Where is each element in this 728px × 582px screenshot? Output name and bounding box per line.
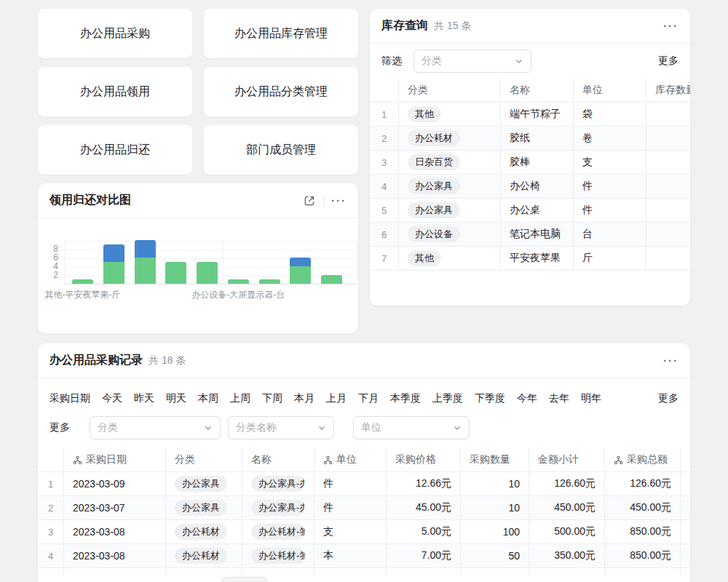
more-icon[interactable]: ···	[331, 197, 347, 204]
bar-segment-green[interactable]	[103, 262, 124, 284]
purchase-card: 办公用品采购记录 共 18 条 ··· 采购日期 今天昨天明天本周上周下周本月上…	[38, 343, 690, 582]
bar-segment-green[interactable]	[165, 262, 186, 284]
date-quick-filter[interactable]: 本周	[198, 392, 218, 405]
more-icon[interactable]: ···	[663, 23, 678, 30]
more-icon[interactable]: ···	[663, 357, 678, 364]
name-cell: 胶棒	[501, 151, 574, 174]
date-quick-filter[interactable]: 今年	[517, 392, 537, 405]
date-quick-filter[interactable]: 本月	[294, 392, 314, 405]
column-header-label: 金额小计	[538, 453, 579, 466]
category-tag: 办公设备	[408, 226, 460, 242]
purchase-more-filters[interactable]: 更多	[658, 392, 678, 405]
filter-select[interactable]: 单位	[353, 416, 470, 439]
column-header: 库存数量	[646, 79, 690, 102]
name-cell: 办公桌	[501, 199, 574, 222]
qty-cell: 10	[461, 496, 529, 519]
date-quick-filter[interactable]: 昨天	[134, 392, 154, 405]
bar-segment-green[interactable]	[321, 275, 342, 284]
bar-segment-green[interactable]	[290, 266, 311, 284]
date-quick-filter[interactable]: 上周	[230, 392, 250, 405]
inventory-row[interactable]: 7其他平安夜苹果斤	[370, 247, 690, 271]
name-tag: 办公家具-办	[251, 476, 305, 492]
name-tag: 办公耗材-签	[251, 548, 305, 564]
date-quick-filter[interactable]: 明年	[581, 392, 601, 405]
date-quick-filter[interactable]: 本季度	[390, 392, 421, 405]
bar-segment-green[interactable]	[135, 258, 156, 284]
chart-plot: 2468其他-平安夜苹果-斤办公设备-大屏显示器-台	[64, 241, 357, 284]
select-placeholder: 分类	[98, 421, 118, 434]
category-tag: 办公家具	[408, 202, 460, 218]
name-cell: 平安夜苹果	[501, 247, 574, 270]
launcher-button[interactable]: 部门成员管理	[204, 125, 358, 175]
date-cell: 2023-03-07	[64, 496, 166, 519]
purchase-row[interactable]: 22023-03-07办公家具办公家具-办件45.00元10450.00元450…	[38, 496, 690, 520]
qty-cell: 100	[461, 520, 529, 543]
filter-select[interactable]: 分类	[90, 416, 221, 439]
column-header-label: 采购日期	[86, 453, 127, 466]
category-cell: 办公设备	[399, 223, 501, 246]
row-number: 1	[38, 472, 64, 495]
inventory-row[interactable]: 6办公设备笔记本电脑台	[370, 223, 690, 247]
category-tag: 办公耗材	[175, 524, 227, 540]
filter-select[interactable]: 分类名称	[228, 416, 334, 439]
purchase-row[interactable]: 12023-03-09办公家具办公家具-办件12.66元10126.60元126…	[38, 472, 690, 496]
name-cell: 端午节粽子	[501, 103, 574, 126]
price-cell: 7.00元	[387, 544, 461, 567]
launcher-button-label: 办公用品采购	[80, 26, 150, 41]
inventory-row[interactable]: 1其他端午节粽子袋	[370, 103, 690, 127]
row-number-header	[370, 79, 399, 102]
column-header: 分类	[166, 448, 242, 471]
bar-segment-green[interactable]	[259, 279, 280, 284]
inventory-row[interactable]: 3日杂百货胶棒支	[370, 151, 690, 175]
date-quick-filter[interactable]: 上月	[326, 392, 347, 405]
bar-segment-green[interactable]	[72, 279, 93, 284]
launcher-button[interactable]: 办公用品库存管理	[204, 9, 358, 58]
unit-cell: 件	[314, 496, 387, 519]
price-cell: 45.00元	[387, 496, 461, 519]
expand-icon[interactable]	[303, 194, 316, 207]
bar-segment-green[interactable]	[197, 262, 218, 284]
date-quick-filter[interactable]: 下月	[358, 392, 379, 405]
name-cell: 办公家具-办	[242, 496, 314, 519]
inventory-more-filters[interactable]: 更多	[658, 55, 678, 68]
category-filter-select[interactable]: 分类	[414, 49, 531, 73]
vertical-gridline	[223, 241, 223, 284]
stock-qty-cell	[646, 151, 690, 174]
date-quick-filter[interactable]: 上季度	[432, 392, 463, 405]
inventory-row[interactable]: 4办公家具办公椅件	[370, 175, 690, 199]
price-cell: 12.66元	[387, 472, 461, 495]
chevron-down-icon	[453, 423, 462, 432]
category-tag: 办公耗材	[175, 548, 227, 564]
bar-segment-green[interactable]	[228, 279, 249, 284]
price-cell: 5.00元	[387, 520, 461, 543]
category-cell: 办公家具	[399, 175, 501, 198]
column-header: 分类	[399, 79, 501, 102]
date-quick-filter[interactable]: 下季度	[475, 392, 505, 405]
column-header: 采购数量	[461, 448, 529, 471]
name-cell: 办公耗材-签	[242, 544, 314, 567]
category-tag: 其他	[408, 250, 441, 266]
category-cell: 办公耗材	[166, 520, 242, 543]
date-quick-filter[interactable]: 明天	[166, 392, 186, 405]
select-placeholder: 单位	[361, 421, 381, 434]
stock-qty-cell	[646, 247, 690, 270]
purchase-row[interactable]: 32023-03-08办公耗材办公耗材-签支5.00元100500.00元850…	[38, 520, 690, 544]
date-quick-filter[interactable]: 下周	[262, 392, 282, 405]
category-cell: 办公耗材	[399, 127, 501, 150]
bar-segment-blue[interactable]	[290, 258, 311, 266]
chevron-down-icon	[204, 423, 213, 432]
launcher-button[interactable]: 办公用品归还	[38, 125, 192, 175]
launcher-button[interactable]: 办公用品采购	[38, 9, 192, 58]
launcher-button[interactable]: 办公用品分类管理	[204, 67, 358, 116]
date-quick-filter[interactable]: 去年	[549, 392, 569, 405]
back-button[interactable]: 返回	[222, 577, 267, 582]
category-tag: 日杂百货	[408, 154, 460, 170]
purchase-row[interactable]: 42023-03-08办公耗材办公耗材-签本7.00元50350.00元850.…	[38, 544, 690, 568]
inventory-row[interactable]: 5办公家具办公桌件	[370, 199, 690, 223]
date-quick-filter[interactable]: 今天	[102, 392, 122, 405]
bar-segment-blue[interactable]	[135, 240, 156, 258]
launcher-button[interactable]: 办公用品领用	[38, 67, 192, 116]
inventory-row[interactable]: 2办公耗材胶纸卷	[370, 127, 690, 151]
bar-segment-blue[interactable]	[103, 244, 124, 262]
name-cell: 办公家具-办	[242, 472, 314, 495]
